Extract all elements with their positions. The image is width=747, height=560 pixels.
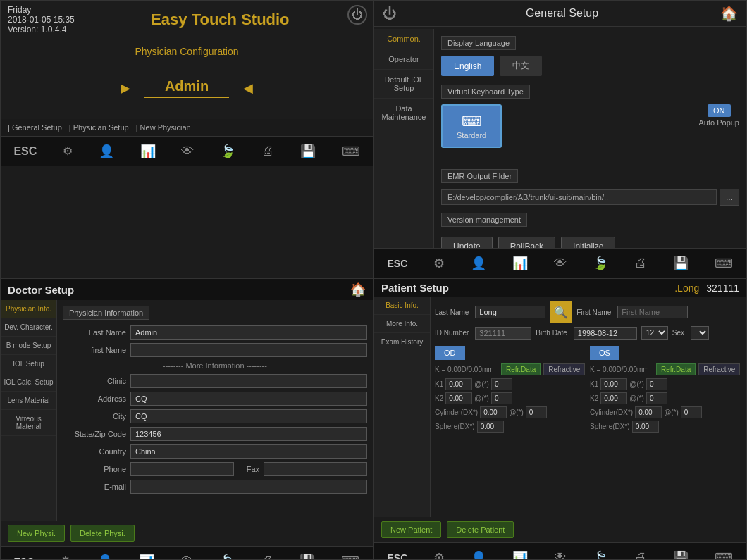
phone-input[interactable]: [130, 462, 234, 476]
br-keyboard-icon[interactable]: ⌨: [715, 550, 733, 561]
bl-iol-setup[interactable]: IOL Setup: [1, 355, 56, 373]
od-k1-deg-input[interactable]: [491, 378, 512, 390]
emr-browse-button[interactable]: ...: [720, 189, 739, 206]
emr-path-input[interactable]: [441, 189, 717, 205]
patient-first-name-input[interactable]: [617, 306, 688, 318]
tr-print-icon[interactable]: 🖨: [634, 256, 647, 270]
sex-select[interactable]: [691, 326, 709, 340]
od-k2-value-input[interactable]: [445, 392, 472, 404]
bl-bmode-setup[interactable]: B mode Setup: [1, 337, 56, 355]
save-icon[interactable]: 💾: [300, 144, 316, 159]
br-leaf-icon[interactable]: 🍃: [593, 550, 608, 561]
esc-button[interactable]: ESC: [13, 145, 37, 158]
tr-save-icon[interactable]: 💾: [673, 256, 689, 271]
tr-home-icon[interactable]: 🏠: [720, 5, 738, 22]
chinese-button[interactable]: 中文: [500, 56, 542, 76]
bl-wave-icon[interactable]: 📊: [139, 554, 154, 561]
od-sph-value-input[interactable]: [477, 421, 504, 433]
br-exam-history[interactable]: Exam History: [374, 333, 430, 351]
bl-dev-character[interactable]: Dev. Character.: [1, 318, 56, 337]
auto-popup-toggle[interactable]: ON: [708, 104, 731, 117]
email-input[interactable]: [130, 480, 367, 494]
bl-keyboard-icon[interactable]: ⌨: [341, 554, 359, 561]
power-button[interactable]: ⏻: [347, 5, 367, 25]
od-tab[interactable]: OD: [435, 346, 465, 360]
nav-physician-setup[interactable]: | Physician Setup: [69, 123, 129, 132]
country-input[interactable]: [130, 444, 367, 459]
bl-physician-info[interactable]: Physician Info.: [1, 300, 56, 318]
bl-save-icon[interactable]: 💾: [300, 554, 315, 561]
os-k1-value-input[interactable]: [600, 378, 627, 390]
os-sph-value-input[interactable]: [632, 421, 659, 433]
od-refractive-button[interactable]: Refractive: [543, 363, 585, 375]
os-tab[interactable]: OS: [590, 346, 619, 360]
delete-physician-button[interactable]: Delete Physi.: [70, 525, 135, 542]
new-patient-button[interactable]: New Patient: [381, 521, 441, 538]
od-cyl-value-input[interactable]: [480, 406, 507, 418]
os-k2-deg-input[interactable]: [646, 392, 667, 404]
clinic-input[interactable]: [130, 374, 367, 388]
sidebar-item-common[interactable]: Common.: [374, 29, 433, 49]
bl-print-icon[interactable]: 🖨: [261, 554, 273, 560]
gear-icon[interactable]: ⚙: [63, 144, 73, 158]
sidebar-item-operator[interactable]: Operator: [374, 49, 433, 70]
br-user-icon[interactable]: 👤: [471, 550, 486, 561]
tr-power-icon[interactable]: ⏻: [383, 6, 397, 22]
os-cyl-deg-input[interactable]: [681, 406, 702, 418]
first-name-input[interactable]: [130, 343, 367, 357]
bl-gear-icon[interactable]: ⚙: [60, 554, 71, 561]
bl-iol-calc[interactable]: IOL Calc. Setup: [1, 373, 56, 392]
bl-home-icon[interactable]: 🏠: [350, 282, 366, 297]
tr-keyboard-icon[interactable]: ⌨: [715, 256, 733, 271]
delete-patient-button[interactable]: Delete Patient: [447, 521, 514, 538]
prev-arrow-icon[interactable]: ▶: [121, 80, 130, 96]
br-basic-info[interactable]: Basic Info.: [374, 297, 430, 315]
bl-esc-button[interactable]: ESC: [14, 556, 35, 561]
os-refr-data-button[interactable]: Refr.Data: [656, 363, 696, 375]
birth-month-select[interactable]: 12: [641, 326, 668, 340]
os-k2-value-input[interactable]: [600, 392, 627, 404]
city-input[interactable]: [130, 409, 367, 423]
nav-new-physician[interactable]: | New Physician: [136, 123, 191, 132]
bl-leaf-icon[interactable]: 🍃: [219, 554, 235, 561]
patient-birth-input[interactable]: [574, 327, 637, 340]
br-save-icon[interactable]: 💾: [673, 550, 689, 561]
od-refr-data-button[interactable]: Refr.Data: [501, 363, 541, 375]
next-arrow-icon[interactable]: ◀: [243, 80, 253, 96]
os-refractive-button[interactable]: Refractive: [698, 363, 740, 375]
sidebar-item-default-iol[interactable]: Default IOL Setup: [374, 70, 433, 99]
br-eye-icon[interactable]: 👁: [554, 550, 567, 560]
keyboard-icon[interactable]: ⌨: [342, 144, 360, 159]
od-k2-deg-input[interactable]: [491, 392, 512, 404]
tr-leaf-icon[interactable]: 🍃: [593, 256, 608, 271]
initialize-button[interactable]: Initialize: [561, 237, 615, 248]
rollback-button[interactable]: RollBack: [498, 237, 555, 248]
user-icon[interactable]: 👤: [99, 144, 114, 159]
patient-id-input[interactable]: [475, 327, 531, 340]
address-input[interactable]: [130, 392, 367, 406]
english-button[interactable]: English: [441, 56, 494, 76]
bl-eye-icon[interactable]: 👁: [180, 554, 193, 560]
br-esc-button[interactable]: ESC: [388, 552, 408, 561]
last-name-input[interactable]: [130, 325, 367, 340]
nav-general-setup[interactable]: | General Setup: [8, 123, 62, 132]
tr-esc-button[interactable]: ESC: [388, 258, 408, 269]
bl-lens-material[interactable]: Lens Material: [1, 392, 56, 410]
print-icon[interactable]: 🖨: [261, 144, 274, 158]
br-more-info[interactable]: More Info.: [374, 315, 430, 333]
bl-user-icon[interactable]: 👤: [97, 554, 113, 561]
fax-input[interactable]: [264, 462, 367, 476]
tr-gear-icon[interactable]: ⚙: [433, 256, 445, 271]
state-input[interactable]: [130, 427, 367, 441]
patient-search-button[interactable]: 🔍: [550, 301, 572, 323]
patient-last-name-input[interactable]: [475, 306, 545, 318]
waveform-icon[interactable]: 📊: [140, 144, 156, 159]
os-cyl-value-input[interactable]: [635, 406, 662, 418]
bl-vitreous-material[interactable]: Vitreous Material: [1, 410, 56, 436]
br-wave-icon[interactable]: 📊: [512, 550, 528, 561]
eye-icon[interactable]: 👁: [181, 144, 194, 158]
tr-wave-icon[interactable]: 📊: [512, 256, 528, 271]
tr-eye-icon[interactable]: 👁: [554, 256, 567, 270]
leaf-icon[interactable]: 🍃: [220, 144, 235, 159]
new-physician-button[interactable]: New Physi.: [8, 525, 65, 542]
